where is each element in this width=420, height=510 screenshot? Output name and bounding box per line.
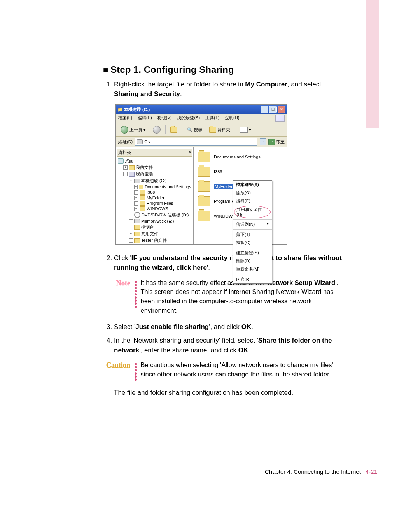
chapter-label: Chapter 4. Connecting to the Internet [265,468,361,475]
address-dropdown[interactable]: ⌄ [260,138,266,145]
note-callout: Note ●●●●●●●●● It has the same security … [103,278,344,316]
folder-icon [198,211,210,221]
go-button[interactable]: →移至 [268,139,285,145]
tree-memorystick[interactable]: +MemoryStick (E:) [118,218,191,224]
address-label: 網址(D) [118,139,133,145]
ctx-send-to[interactable]: 傳送到(N) [233,220,272,229]
ctx-open[interactable]: 開啟(O) [233,189,272,197]
tree-dvd[interactable]: +DVD/CD-RW 磁碟機 (D:) [118,211,191,218]
caution-callout: Caution ●●●●●● Be cautious when selectin… [103,361,344,381]
step-4: In the 'Network sharing and security' fi… [114,336,344,355]
folder-icon [198,167,210,177]
address-bar: 網址(D) C:\ ⌄ →移至 [116,137,287,147]
ctx-copy[interactable]: 複製(C) [233,239,272,247]
folder-content-pane: Documents and Settings I386 MyFolder Pro… [194,147,287,244]
folder-icon [198,152,210,162]
address-field[interactable]: C:\ [135,138,257,146]
context-menu: 檔案總管(X) 開啟(O) 搜尋(E)... 共用和安全性(H)... 傳送到(… [233,180,272,284]
close-button[interactable]: × [278,106,285,113]
tree-network-places[interactable]: +網路上的芳鄰 [118,244,191,244]
chapter-color-tab [366,0,379,128]
tree-program-files[interactable]: +Program Files [118,200,191,206]
folder-tree-pane: 資料夾 × 桌面 +我的文件 −我的電腦 −本機磁碟 (C:) +Documen… [116,147,194,244]
menu-file[interactable]: 檔案(F) [118,115,132,122]
forward-button[interactable] [150,125,163,135]
ctx-sharing-security[interactable]: 共用和安全性(H)... [234,206,271,218]
dotted-divider-icon: ●●●●●● [133,361,140,381]
conclusion-text: The file and folder sharing configuratio… [114,388,344,398]
step-heading: Step 1. Configuring Sharing [103,64,344,75]
ctx-cut[interactable]: 剪下(T) [233,230,272,239]
close-tree-icon[interactable]: × [189,149,191,155]
dotted-divider-icon: ●●●●●●●●● [133,278,140,308]
instruction-list: Right-click the target file or folder to… [103,80,344,99]
up-button[interactable] [168,125,180,134]
folder-icon [198,181,210,192]
ctx-rename[interactable]: 重新命名(M) [233,265,272,273]
windows-logo-icon [275,115,285,122]
window-titlebar: 📁 本機磁碟 (C:) _ □ × [116,105,287,114]
instruction-list-cont2: Select 'Just enable file sharing', and c… [103,322,344,355]
tree-myfolder[interactable]: +MyFolder [118,195,191,200]
tree-header: 資料夾 × [117,149,192,157]
menu-tools[interactable]: 工具(T) [205,115,219,122]
step-1: Right-click the target file or folder to… [114,80,344,99]
toolbar: 上一頁 ▾ 🔍 搜尋 資料夾 ▾ [116,123,287,137]
menu-help[interactable]: 說明(H) [225,115,239,122]
tree-windows[interactable]: +WINDOWS [118,206,191,211]
tree-mycomputer[interactable]: −我的電腦 [118,171,191,178]
tree-i386[interactable]: +I386 [118,190,191,195]
folder-icon [198,196,210,206]
page-content: Step 1. Configuring Sharing Right-click … [103,64,344,398]
instruction-list-cont: Click 'IF you understand the security ri… [103,253,344,273]
tree-desktop[interactable]: 桌面 [118,158,191,164]
explorer-screenshot: 📁 本機磁碟 (C:) _ □ × 檔案(F) 編輯(E) 檢視(V) 我的最愛… [116,104,287,245]
tree-cdrive[interactable]: −本機磁碟 (C:) [118,178,191,184]
ctx-properties[interactable]: 內容(R) [233,275,272,283]
tree-control-panel[interactable]: +控制台 [118,224,191,230]
tree-mydocs[interactable]: +我的文件 [118,164,191,171]
search-button[interactable]: 🔍 搜尋 [185,126,205,134]
menu-bar: 檔案(F) 編輯(E) 檢視(V) 我的最愛(A) 工具(T) 說明(H) [116,114,287,123]
drive-icon [137,139,143,144]
views-button[interactable]: ▾ [238,125,254,134]
folder-i386[interactable]: I386 [198,164,283,179]
step-2: Click 'IF you understand the security ri… [114,253,344,273]
folder-icon: 📁 [117,107,123,112]
ctx-explore[interactable]: 檔案總管(X) [233,181,272,189]
back-button[interactable]: 上一頁 ▾ [118,125,148,135]
menu-edit[interactable]: 編輯(E) [138,115,152,122]
tree-shared-docs[interactable]: +共用文件 [118,230,191,237]
tree-tester-docs[interactable]: +Tester 的文件 [118,237,191,244]
window-title: 本機磁碟 (C:) [124,107,150,113]
ctx-create-shortcut[interactable]: 建立捷徑(S) [233,249,272,257]
menu-view[interactable]: 檢視(V) [158,115,172,122]
menu-favorites[interactable]: 我的最愛(A) [177,115,200,122]
folder-documents-settings[interactable]: Documents and Settings [198,149,283,164]
step-3: Select 'Just enable file sharing', and c… [114,322,344,332]
ctx-delete[interactable]: 刪除(D) [233,257,272,265]
page-footer: Chapter 4. Connecting to the Internet 4-… [265,468,377,475]
minimize-button[interactable]: _ [261,106,268,113]
note-label: Note [103,278,133,287]
folders-button[interactable]: 資料夾 [207,125,233,134]
tree-documents-settings[interactable]: +Documents and Settings [118,184,191,190]
page-number: 4-21 [366,468,377,475]
ctx-search[interactable]: 搜尋(E)... [233,197,272,205]
caution-body: Be cautious when selecting 'Allow networ… [140,361,344,379]
caution-label: Caution [103,361,133,369]
maximize-button[interactable]: □ [269,106,277,113]
address-value: C:\ [144,139,150,144]
